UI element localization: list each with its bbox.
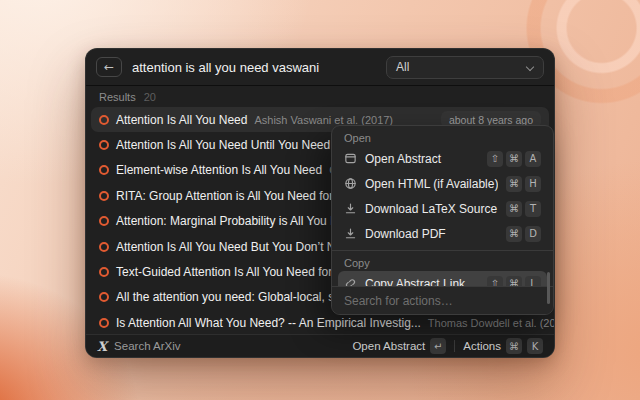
extension-name: Search ArXiv — [114, 340, 180, 352]
menu-item-download-pdf[interactable]: Download PDF ⌘ D — [338, 221, 547, 246]
result-authors: Thomas Dowdell et al. (2019) — [428, 317, 554, 329]
key-badge: ⌘ — [506, 201, 522, 217]
arxiv-result-icon — [99, 267, 109, 277]
search-topbar: ← All — [86, 49, 554, 86]
download-icon — [344, 202, 357, 215]
menu-section-copy: Copy — [332, 251, 553, 271]
menu-item-label: Download PDF — [365, 227, 498, 241]
primary-action-button[interactable]: Open Abstract ↵ — [352, 338, 446, 354]
results-label: Results — [99, 91, 136, 103]
status-bar: X Search ArXiv Open Abstract ↵ Actions ⌘… — [86, 334, 554, 357]
results-count: 20 — [144, 91, 156, 103]
menu-item-label: Download LaTeX Source — [365, 202, 498, 216]
key-badge: T — [525, 201, 541, 217]
key-badge: D — [525, 226, 541, 242]
arxiv-result-icon — [99, 216, 109, 226]
arxiv-result-icon — [99, 242, 109, 252]
result-authors: Ashish Vaswani et al. (2017) — [254, 114, 393, 126]
arxiv-result-icon — [99, 165, 109, 175]
menu-item-download-latex[interactable]: Download LaTeX Source ⌘ T — [338, 196, 547, 221]
arxiv-result-icon — [99, 292, 109, 302]
arxiv-result-icon — [99, 191, 109, 201]
category-dropdown[interactable]: All — [386, 56, 544, 79]
result-title: Attention: Marginal Probability is All Y… — [116, 214, 366, 228]
cmd-key-badge: ⌘ — [506, 338, 522, 354]
primary-action-label: Open Abstract — [352, 340, 425, 352]
search-input[interactable] — [132, 60, 376, 75]
result-title: Element-wise Attention Is All You Need — [116, 163, 322, 177]
result-title: Is Attention All What You Need? -- An Em… — [116, 316, 421, 330]
window-icon — [344, 152, 357, 165]
actions-search-bar — [332, 286, 553, 314]
key-badge: A — [525, 151, 541, 167]
menu-item-label: Open Abstract — [365, 152, 479, 166]
globe-icon — [344, 177, 357, 190]
enter-key-badge: ↵ — [430, 338, 446, 354]
actions-button[interactable]: Actions ⌘ K — [463, 338, 543, 354]
menu-item-open-abstract[interactable]: Open Abstract ⇧ ⌘ A — [338, 146, 547, 171]
arxiv-logo-icon: X — [97, 339, 107, 354]
key-badge: ⌘ — [506, 151, 522, 167]
actions-search-input[interactable] — [344, 294, 541, 308]
menu-item-open-html[interactable]: Open HTML (if Available) ⌘ H — [338, 171, 547, 196]
back-button[interactable]: ← — [96, 57, 122, 77]
menu-section-open: Open — [332, 126, 553, 146]
menu-scrollbar[interactable] — [547, 272, 550, 304]
key-badge: H — [525, 176, 541, 192]
arxiv-result-icon — [99, 115, 109, 125]
chevron-down-icon — [525, 63, 534, 72]
key-badge: ⇧ — [487, 151, 503, 167]
k-key-badge: K — [527, 338, 543, 354]
result-title: Attention Is All You Need — [116, 113, 247, 127]
key-badge: ⌘ — [506, 226, 522, 242]
menu-item-label: Open HTML (if Available) — [365, 177, 498, 191]
statusbar-divider — [454, 340, 455, 352]
key-badge: ⌘ — [506, 176, 522, 192]
actions-label: Actions — [463, 340, 501, 352]
download-icon — [344, 227, 357, 240]
actions-menu: Open Open Abstract ⇧ ⌘ A Open HTML (if A… — [331, 125, 554, 315]
results-header: Results 20 — [86, 86, 554, 105]
category-dropdown-value: All — [396, 60, 409, 74]
arxiv-result-icon — [99, 318, 109, 328]
arxiv-result-icon — [99, 140, 109, 150]
